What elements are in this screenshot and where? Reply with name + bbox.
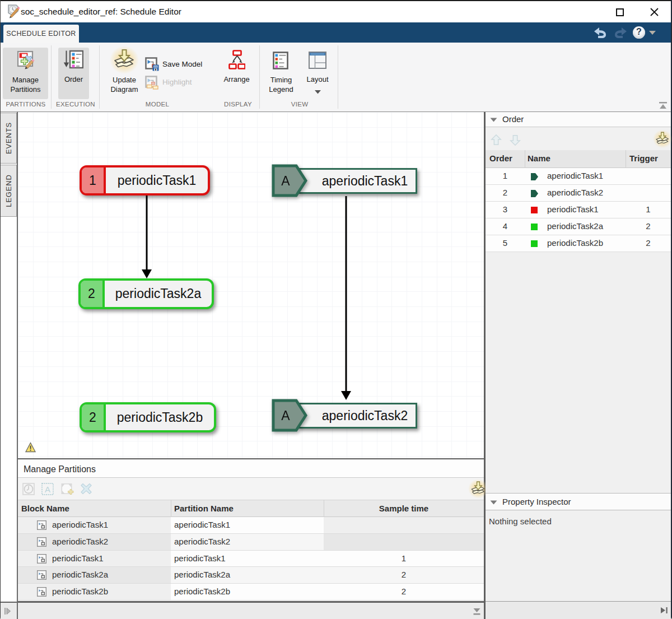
svg-text:A: A — [281, 174, 290, 188]
svg-text:A: A — [45, 485, 50, 494]
svg-text:A: A — [281, 408, 290, 423]
